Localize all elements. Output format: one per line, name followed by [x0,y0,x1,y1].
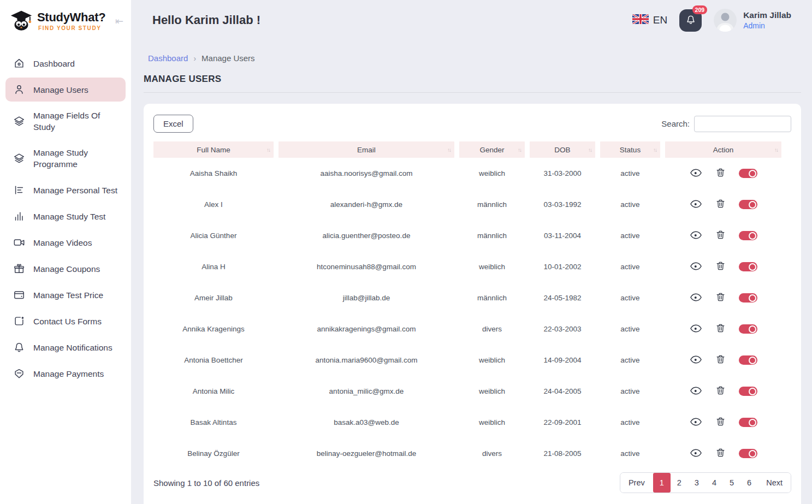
pagination-page-button[interactable]: 3 [688,473,706,493]
sidebar-item-dashboard[interactable]: Dashboard [5,51,126,75]
sidebar-item-label: Manage Test Price [33,289,103,301]
view-user-button[interactable] [690,384,702,399]
sort-icon: ↑↓ [653,147,656,153]
view-user-button[interactable] [690,198,702,212]
sidebar-collapse-icon[interactable]: ⇤ [115,16,123,26]
sidebar-item-manage-coupons[interactable]: Manage Coupons [5,257,126,281]
toggle-knob-icon [749,294,756,302]
sidebar-item-label: Manage Study Programme [33,147,118,170]
user-role: Admin [743,21,791,30]
pagination-page-button[interactable]: 5 [723,473,740,493]
user-name: Karim Jillab [743,10,791,20]
delete-user-button[interactable] [715,260,726,273]
cell-status: active [600,438,660,469]
cell-dob: 24-05-1982 [530,282,595,313]
cell-status: active [600,345,660,376]
toggle-knob-icon [749,170,756,177]
cell-status: active [600,189,660,220]
avatar [714,9,737,32]
cell-gender: männlich [459,189,525,220]
delete-user-button[interactable] [715,323,726,335]
view-user-button[interactable] [690,229,702,243]
sidebar-item-manage-notifications[interactable]: Manage Notifications [5,335,126,359]
sidebar-item-manage-videos[interactable]: Manage Videos [5,230,126,254]
active-status-toggle[interactable] [739,262,757,271]
delete-user-button[interactable] [715,416,726,429]
cell-full-name: Basak Altintas [153,407,274,438]
user-menu[interactable]: Karim Jillab Admin [714,9,791,32]
delete-user-button[interactable] [715,292,726,304]
column-header-action[interactable]: Action↑↓ [665,141,781,158]
sidebar-item-manage-study-test[interactable]: Manage Study Test [5,204,126,228]
sidebar-item-contact-us-forms[interactable]: Contact Us Forms [5,309,126,333]
delete-user-button[interactable] [715,354,726,366]
active-status-toggle[interactable] [739,387,757,396]
toggle-knob-icon [749,419,756,426]
delete-user-button[interactable] [715,229,726,242]
home-icon [13,57,25,69]
poll-list-icon [13,184,25,196]
language-switcher[interactable]: EN [632,14,667,26]
bell-icon [685,14,696,27]
cell-action [665,376,781,407]
bell-icon [13,341,25,353]
cell-email: htconeminusah88@gmail.com [278,251,454,282]
active-status-toggle[interactable] [739,418,757,427]
view-user-button[interactable] [690,260,702,274]
active-status-toggle[interactable] [739,169,757,178]
active-status-toggle[interactable] [739,449,757,458]
toggle-knob-icon [749,325,756,333]
search-input[interactable] [694,116,791,132]
breadcrumb-dashboard-link[interactable]: Dashboard [148,54,188,63]
column-header-full-name[interactable]: Full Name↑↓ [153,141,274,158]
active-status-toggle[interactable] [739,293,757,303]
cell-dob: 03-11-2004 [530,220,595,251]
pagination-page-button[interactable]: 2 [671,473,688,493]
delete-user-button[interactable] [715,385,726,398]
column-header-status[interactable]: Status↑↓ [600,141,660,158]
sort-icon: ↑↓ [447,147,451,153]
pagination-page-button[interactable]: 6 [740,473,758,493]
sidebar-item-label: Manage Personal Test [33,185,117,196]
toggle-knob-icon [749,232,756,240]
sidebar-item-label: Manage Fields Of Study [33,110,118,133]
column-header-email[interactable]: Email↑↓ [278,141,454,158]
pagination-prev-button[interactable]: Prev [620,473,653,493]
active-status-toggle[interactable] [739,324,757,334]
cell-action [665,220,781,251]
cell-gender: weiblich [459,345,525,376]
chevron-right-icon: › [193,54,196,63]
cell-status: active [600,282,660,313]
sidebar-item-manage-users[interactable]: Manage Users [5,78,126,102]
pagination-page-button[interactable]: 4 [706,473,723,493]
sidebar-item-manage-personal-test[interactable]: Manage Personal Test [5,178,126,202]
pagination-page-button[interactable]: 1 [653,473,671,493]
cell-full-name: Aaisha Shaikh [153,158,274,189]
active-status-toggle[interactable] [739,231,757,240]
sidebar-item-label: Manage Study Test [33,211,105,222]
eye-icon [690,198,702,212]
delete-user-button[interactable] [715,447,726,460]
view-user-button[interactable] [690,291,702,305]
view-user-button[interactable] [690,322,702,336]
delete-user-button[interactable] [715,198,726,211]
sidebar-item-manage-fields-of-study[interactable]: Manage Fields Of Study [5,104,126,139]
view-user-button[interactable] [690,416,702,430]
delete-user-button[interactable] [715,167,726,180]
view-user-button[interactable] [690,353,702,367]
sidebar-item-manage-study-programme[interactable]: Manage Study Programme [5,141,126,176]
view-user-button[interactable] [690,167,702,181]
sidebar-item-manage-test-price[interactable]: Manage Test Price [5,283,126,307]
sidebar-item-manage-payments[interactable]: Manage Payments [5,361,126,386]
column-header-gender[interactable]: Gender↑↓ [459,141,525,158]
active-status-toggle[interactable] [739,200,757,209]
view-user-button[interactable] [690,447,702,461]
brand-logo[interactable]: StudyWhat? FIND YOUR STUDY [9,8,105,35]
active-status-toggle[interactable] [739,355,757,365]
cell-status: active [600,251,660,282]
column-header-dob[interactable]: DOB↑↓ [530,141,595,158]
bar-chart-icon [13,210,25,222]
pagination-next-button[interactable]: Next [758,473,791,493]
table-row: Antonia Milic antonia_milic@gmx.de weibl… [153,376,781,407]
excel-export-button[interactable]: Excel [153,115,193,133]
